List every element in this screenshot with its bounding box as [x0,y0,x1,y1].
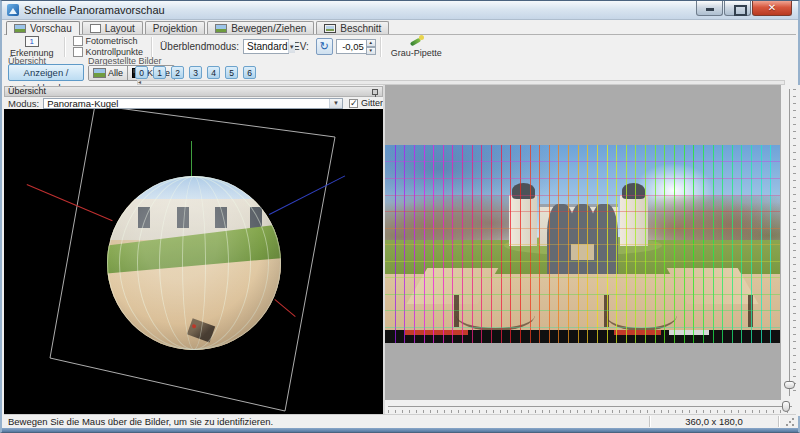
minimize-button[interactable] [696,1,723,16]
image-button-0[interactable]: 0 [135,66,148,79]
erkennung-button[interactable]: 1 Erkennung [4,35,60,58]
toolbar-separator [380,37,381,57]
tab-projektion[interactable]: Projektion [145,21,205,34]
app-icon [7,4,19,16]
ev-spinner[interactable]: ▲ ▼ [336,39,376,54]
close-button[interactable] [752,1,792,16]
tab-beschnitt[interactable]: Beschnitt [316,21,389,34]
app-window: Schnelle Panoramavorschau Vorschau Layou… [0,0,800,433]
resize-grip[interactable] [785,417,795,427]
gitter-checkbox[interactable] [349,99,358,108]
pin-icon[interactable] [372,89,378,95]
maximize-button[interactable] [724,1,751,16]
move-drag-icon [215,24,227,33]
identify-icon: 1 [25,36,39,47]
anzeigen-ausblenden-button[interactable]: Anzeigen / Ausblenden [8,64,84,81]
tab-layout[interactable]: Layout [82,21,143,34]
preview-panel[interactable] [385,85,781,400]
fotometrisch-checkbox-row[interactable]: Fotometrisch [73,36,144,46]
fotometrisch-checkbox[interactable] [73,36,83,46]
vertical-slider-thumb[interactable] [784,381,795,389]
y-axis-line [191,141,192,177]
image-button-1[interactable]: 1 [153,66,166,79]
panorama-sphere[interactable] [107,176,281,350]
status-message: Bewegen Sie die Maus über die Bilder, um… [8,416,273,427]
ev-reset-button[interactable]: ↻ [316,38,333,55]
preview-photo-icon [14,24,26,33]
pano-size-status: 360,0 x 180,0 [652,416,776,427]
title-bar[interactable]: Schnelle Panoramavorschau [2,1,798,20]
window-title: Schnelle Panoramavorschau [24,4,165,16]
tab-bewegen-ziehen[interactable]: Bewegen/Ziehen [207,21,314,34]
chevron-down-icon: ▼ [288,40,295,53]
blend-mode-label: Überblendmodus: [160,41,239,52]
chevron-down-icon: ▼ [329,99,342,108]
image-button-3[interactable]: 3 [189,66,202,79]
main-toolbar: 1 Erkennung Fotometrisch Kontrollpunkte … [4,35,796,58]
image-button-5[interactable]: 5 [225,66,238,79]
image-button-4[interactable]: 4 [207,66,220,79]
horizontal-slider-thumb[interactable] [782,401,790,412]
modus-label: Modus: [8,98,39,109]
grid-overlay [385,145,780,343]
ev-input[interactable] [336,39,366,54]
image-toggle-buttons: 0 1 2 3 4 5 6 [135,66,256,79]
spin-up-icon[interactable]: ▲ [366,39,376,47]
window-bottom-edge [2,428,798,432]
refresh-icon: ↻ [320,40,329,52]
all-images-icon [93,68,106,78]
tab-strip: Vorschau Layout Projektion Bewegen/Ziehe… [4,21,796,35]
kontrollpunkte-checkbox[interactable] [73,47,83,57]
image-button-2[interactable]: 2 [171,66,184,79]
vertical-fov-slider[interactable] [781,85,800,400]
status-bar: Bewegen Sie die Maus über die Bilder, um… [4,414,796,428]
toolbar-separator [64,37,65,57]
ev-label: EV: [293,41,309,52]
blend-mode-select[interactable]: Standard ▼ [243,39,289,54]
toolbar-separator [151,37,152,57]
gitter-checkbox-row[interactable]: Gitter [349,98,383,108]
layout-grid-icon [90,24,101,33]
spin-down-icon[interactable]: ▼ [366,47,376,55]
overview-panel-header[interactable]: Übersicht [4,86,383,97]
panorama-preview-image[interactable] [385,145,780,343]
tab-vorschau[interactable]: Vorschau [6,21,80,35]
image-button-6[interactable]: 6 [243,66,256,79]
modus-select[interactable]: Panorama-Kugel ▼ [43,98,343,109]
overview-3d-view[interactable] [4,109,383,416]
grau-pipette-button[interactable]: Grau-Pipette [385,35,448,58]
pipette-icon [409,35,424,47]
alle-button[interactable]: Alle [89,66,127,80]
crop-icon [324,24,336,33]
